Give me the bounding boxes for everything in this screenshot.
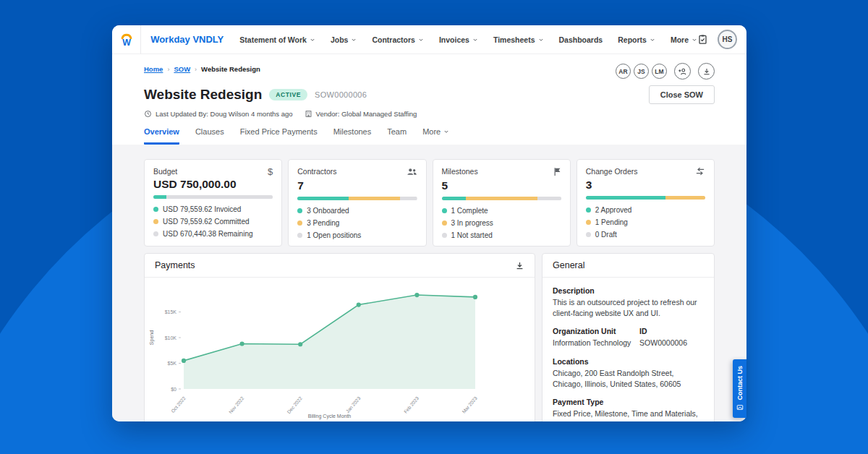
menu-item-contractors[interactable]: Contractors — [372, 35, 424, 44]
chevron-down-icon — [692, 37, 697, 43]
legend-item: 1 Complete — [442, 207, 561, 215]
page-header: Home›SOW›Website Redesign ARJSLM Website… — [112, 54, 746, 145]
stat-progress-bar — [297, 197, 417, 200]
bar-segment — [400, 197, 417, 200]
menu-item-dashboards[interactable]: Dashboards — [559, 35, 603, 44]
tab-bar: OverviewClausesFixed Price PaymentsMiles… — [144, 127, 715, 145]
general-field: DescriptionThis is an outsourced project… — [553, 286, 704, 319]
menu-item-jobs[interactable]: Jobs — [331, 35, 357, 44]
y-tick-label: $0 — [171, 387, 176, 392]
content-area: Budget$USD 750,000.00USD 79,559.62 Invoi… — [112, 145, 746, 421]
stat-progress-bar — [586, 196, 705, 200]
chevron-down-icon — [472, 37, 478, 43]
status-badge: ACTIVE — [269, 89, 307, 100]
vendor-icon — [305, 110, 312, 118]
page-title: Website Redesign — [144, 87, 262, 103]
bar-segment — [166, 195, 273, 199]
member-avatar-ar[interactable]: AR — [616, 64, 631, 79]
chart-point[interactable] — [357, 302, 361, 307]
general-card: General DescriptionThis is an outsourced… — [542, 253, 715, 421]
tab-milestones[interactable]: Milestones — [333, 127, 372, 145]
chart-point[interactable] — [240, 341, 244, 346]
legend-item: 3 Onboarded — [297, 207, 417, 215]
payments-title: Payments — [155, 260, 195, 270]
envelope-icon — [736, 404, 744, 411]
tab-clauses[interactable]: Clauses — [195, 127, 224, 145]
stats-row: Budget$USD 750,000.00USD 79,559.62 Invoi… — [144, 159, 715, 247]
menu-item-more[interactable]: More — [671, 35, 697, 44]
legend-dot — [586, 207, 591, 213]
bar-segment — [586, 196, 665, 200]
payments-card: Payments $0$5K$10K$15KOct 2022Nov 2022De… — [144, 253, 535, 421]
chevron-down-icon — [351, 37, 357, 43]
stat-card-milestones: Milestones51 Complete3 In progress1 Not … — [433, 159, 571, 247]
workday-logo-icon: W — [119, 32, 135, 48]
tab-overview[interactable]: Overview — [144, 127, 179, 145]
bar-segment — [466, 197, 537, 200]
download-icon — [702, 67, 711, 76]
x-axis-title: Billing Cycle Month — [308, 414, 352, 419]
menu-item-invoices[interactable]: Invoices — [439, 35, 478, 44]
payments-chart: $0$5K$10K$15KOct 2022Nov 2022Dec 2022Jan… — [145, 278, 535, 421]
svg-text:W: W — [122, 37, 131, 47]
legend-item: 1 Open positions — [297, 231, 417, 239]
stat-card-change-orders: Change Orders32 Approved1 Pending0 Draft — [576, 159, 715, 247]
chart-point[interactable] — [298, 342, 302, 346]
menu-item-statement-of-work[interactable]: Statement of Work — [239, 35, 315, 44]
header-actions: ARJSLM — [616, 63, 715, 80]
general-field: LocationsChicago, 200 East Randolph Stre… — [553, 357, 704, 390]
general-field: IDSOW0000006 — [639, 327, 704, 348]
stat-value: 5 — [442, 179, 561, 192]
meta-item: Vendor: Global Managed Staffing — [305, 110, 417, 118]
breadcrumb: Home›SOW›Website Redesign — [144, 63, 260, 73]
legend-dot — [442, 220, 447, 226]
tasks-icon[interactable] — [697, 34, 708, 45]
sow-id: SOW0000006 — [315, 90, 367, 99]
bar-segment — [665, 196, 705, 200]
chevron-down-icon — [538, 37, 544, 43]
legend-item: 3 Pending — [297, 219, 417, 227]
legend-item: USD 79,559.62 Committed — [153, 218, 273, 226]
export-button[interactable] — [698, 63, 715, 80]
stat-progress-bar — [442, 197, 561, 200]
general-body: DescriptionThis is an outsourced project… — [542, 278, 714, 421]
close-sow-button[interactable]: Close SOW — [649, 85, 715, 104]
menu-item-timesheets[interactable]: Timesheets — [493, 35, 544, 44]
menu-item-reports[interactable]: Reports — [618, 35, 655, 44]
member-avatar-js[interactable]: JS — [634, 64, 649, 79]
chart-point[interactable] — [414, 293, 419, 297]
workday-logo[interactable]: W — [112, 25, 141, 54]
stat-card-contractors: Contractors73 Onboarded3 Pending1 Open p… — [288, 159, 426, 247]
legend-dot — [153, 219, 158, 224]
add-member-button[interactable] — [674, 63, 691, 80]
legend-dot — [442, 208, 447, 213]
contact-us-button[interactable]: Contact Us — [733, 359, 746, 418]
x-tick-label: Mar 2023 — [461, 395, 477, 414]
member-avatar-lm[interactable]: LM — [652, 64, 667, 79]
tab-team[interactable]: Team — [387, 127, 407, 145]
chevron-down-icon — [310, 37, 315, 43]
person-add-icon — [678, 67, 687, 76]
download-chart-icon[interactable] — [515, 261, 524, 270]
y-axis-title: Spend — [149, 330, 155, 345]
chart-point[interactable] — [473, 295, 477, 299]
user-avatar[interactable]: HS — [718, 30, 737, 49]
change-icon — [695, 167, 705, 177]
general-field: Payment TypeFixed Price, Milestone, Time… — [553, 398, 704, 421]
nav-right: HS — [697, 30, 746, 49]
breadcrumb-item-sow[interactable]: SOW — [174, 65, 190, 73]
tab-more[interactable]: More — [422, 127, 449, 145]
legend-item: 1 Not started — [442, 231, 561, 239]
x-tick-label: Jan 2023 — [345, 395, 362, 414]
legend-dot — [297, 220, 302, 226]
brand-name[interactable]: Workday VNDLY — [150, 34, 224, 45]
stat-value: USD 750,000.00 — [153, 178, 273, 191]
legend-dot — [297, 233, 302, 238]
breadcrumb-item-website-redesign: Website Redesign — [201, 65, 260, 73]
breadcrumb-item-home[interactable]: Home — [144, 65, 163, 73]
bar-segment — [442, 197, 466, 200]
bar-segment — [349, 197, 400, 200]
tab-fixed-price-payments[interactable]: Fixed Price Payments — [240, 127, 318, 145]
chart-point[interactable] — [182, 359, 186, 363]
stat-value: 7 — [297, 179, 417, 192]
